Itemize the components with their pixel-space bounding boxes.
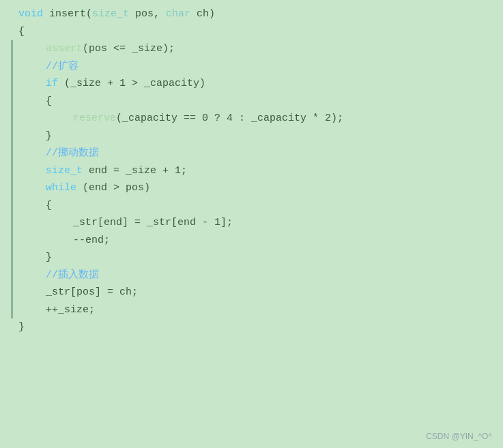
code-line: size_t end = _size + 1;	[8, 162, 503, 180]
code-block: void insert(size_t pos, char ch) { asser…	[0, 0, 503, 448]
watermark: CSDN @YIN_^O^	[426, 432, 492, 441]
code-line: {	[8, 93, 503, 110]
code-line: while (end > pos)	[8, 179, 503, 197]
code-line: assert(pos <= _size);	[8, 40, 503, 58]
code-line: reserve(_capacity == 0 ? 4 : _capacity *…	[8, 110, 503, 128]
code-line: if (_size + 1 > _capacity)	[8, 75, 503, 93]
code-line: {	[8, 197, 503, 215]
code-line: //扩容	[8, 58, 503, 76]
code-line: _str[end] = _str[end - 1];	[8, 214, 503, 232]
code-line: void insert(size_t pos, char ch)	[8, 5, 503, 23]
code-line: _str[pos] = ch;	[8, 284, 503, 301]
code-line: }	[8, 318, 503, 336]
code-line: }	[8, 128, 503, 145]
code-line: }	[8, 249, 503, 267]
code-line: ++_size;	[8, 301, 503, 319]
code-line: //插入数据	[8, 267, 503, 284]
code-line: --end;	[8, 232, 503, 250]
code-line: //挪动数据	[8, 145, 503, 162]
code-line: {	[8, 23, 503, 41]
